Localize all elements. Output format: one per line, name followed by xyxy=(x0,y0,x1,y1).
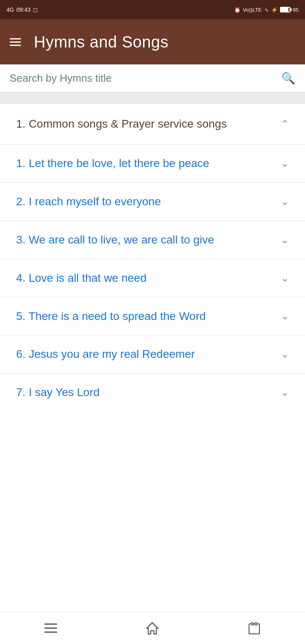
chevron-up-icon[interactable]: ⌃ xyxy=(281,118,289,130)
bottom-nav xyxy=(0,612,305,644)
alarm-icon: ⏰ xyxy=(234,7,241,13)
list-item[interactable]: 5. There is a need to spread the Word ⌄ xyxy=(0,297,305,335)
chevron-down-icon[interactable]: ⌄ xyxy=(281,310,289,322)
list-item[interactable]: 6. Jesus you are my real Redeemer ⌄ xyxy=(0,335,305,373)
home-icon xyxy=(146,622,159,635)
volte-icon: Vo))LTE xyxy=(243,7,262,13)
chevron-down-icon[interactable]: ⌄ xyxy=(281,234,289,246)
hymn-title: 5. There is a need to spread the Word xyxy=(16,309,281,324)
battery-icon xyxy=(280,7,290,12)
hymn-title: 2. I reach myself to everyone xyxy=(16,194,281,209)
nav-home-button[interactable] xyxy=(140,616,164,640)
svg-rect-4 xyxy=(249,624,259,634)
search-icon[interactable]: 🔍 xyxy=(281,72,295,85)
recent-icon xyxy=(249,622,260,634)
chevron-down-icon[interactable]: ⌄ xyxy=(281,349,289,360)
nav-recent-button[interactable] xyxy=(242,616,266,640)
category-header[interactable]: 1. Common songs & Prayer service songs ⌃ xyxy=(0,104,305,144)
nav-menu-button[interactable] xyxy=(39,616,63,640)
chevron-down-icon[interactable]: ⌄ xyxy=(281,158,289,169)
menu-icon xyxy=(44,623,57,633)
svg-rect-1 xyxy=(44,627,57,629)
svg-rect-6 xyxy=(255,623,257,625)
status-left: 4G 09:43 ◻ xyxy=(6,6,38,13)
list-item[interactable]: 3. We are call to live, we are call to g… xyxy=(0,221,305,259)
hamburger-menu-icon[interactable] xyxy=(10,38,21,46)
status-bar: 4G 09:43 ◻ ⏰ Vo))LTE ∿ ⚡ 95 xyxy=(0,0,305,19)
hymn-title: 4. Love is all that we need xyxy=(16,270,281,286)
svg-marker-3 xyxy=(147,623,158,634)
hymn-list: 1. Common songs & Prayer service songs ⌃… xyxy=(0,104,305,612)
battery-level: 95 xyxy=(293,7,299,13)
list-item[interactable]: 1. Let there be love, let there be peace… xyxy=(0,144,305,182)
chevron-down-icon[interactable]: ⌄ xyxy=(281,272,289,284)
chevron-down-icon[interactable]: ⌄ xyxy=(281,387,289,398)
category-title: 1. Common songs & Prayer service songs xyxy=(16,117,281,131)
search-bar: 🔍 xyxy=(0,64,305,93)
hymn-title: 6. Jesus you are my real Redeemer xyxy=(16,347,281,362)
status-right: ⏰ Vo))LTE ∿ ⚡ 95 xyxy=(234,7,299,13)
list-item[interactable]: 4. Love is all that we need ⌄ xyxy=(0,259,305,297)
svg-rect-5 xyxy=(252,623,253,625)
hymn-title: 1. Let there be love, let there be peace xyxy=(16,156,281,171)
signal-icon: 4G xyxy=(6,6,14,13)
camera-icon: ◻ xyxy=(33,6,38,13)
svg-rect-2 xyxy=(44,632,57,633)
app-bar: Hymns and Songs xyxy=(0,19,305,64)
page-title: Hymns and Songs xyxy=(34,33,168,51)
time-display: 09:43 xyxy=(17,6,31,13)
hymn-title: 3. We are call to live, we are call to g… xyxy=(16,232,281,248)
svg-rect-0 xyxy=(44,623,57,625)
list-item[interactable]: 2. I reach myself to everyone ⌄ xyxy=(0,182,305,221)
wifi-icon: ∿ xyxy=(264,7,269,13)
charging-icon: ⚡ xyxy=(271,7,278,13)
separator xyxy=(0,93,305,104)
list-item[interactable]: 7. I say Yes Lord ⌄ xyxy=(0,373,305,411)
search-input[interactable] xyxy=(10,72,281,85)
hymn-title: 7. I say Yes Lord xyxy=(16,385,281,400)
chevron-down-icon[interactable]: ⌄ xyxy=(281,196,289,207)
